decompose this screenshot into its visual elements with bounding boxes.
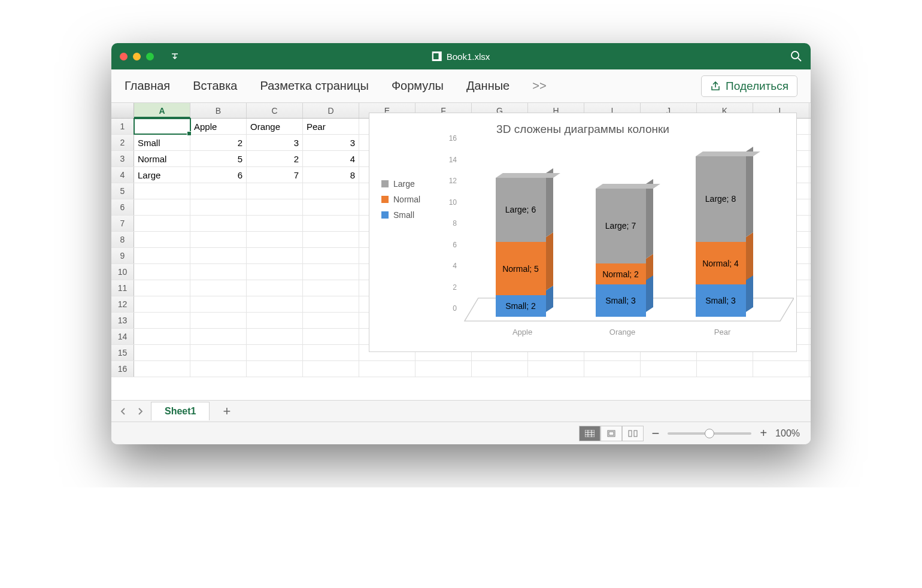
col-header-D[interactable]: D [303, 103, 359, 118]
cell[interactable] [247, 329, 303, 344]
cell[interactable] [697, 361, 753, 377]
col-header-A[interactable]: A [134, 103, 190, 118]
close-window-button[interactable] [120, 53, 128, 60]
cell[interactable] [584, 361, 641, 377]
cell[interactable] [247, 280, 303, 296]
row-header[interactable]: 10 [111, 264, 134, 280]
cell[interactable] [247, 199, 303, 215]
cell[interactable] [247, 313, 303, 328]
ribbon-tab-data[interactable]: Данные [466, 79, 509, 93]
cell[interactable] [303, 264, 359, 280]
ribbon-overflow[interactable]: >> [532, 79, 546, 93]
search-button[interactable] [790, 50, 802, 62]
cell[interactable] [641, 361, 697, 377]
cell[interactable] [190, 232, 247, 247]
row-header[interactable]: 8 [111, 232, 134, 247]
cell[interactable] [247, 232, 303, 247]
row-header[interactable]: 12 [111, 296, 134, 312]
cell[interactable]: Apple [190, 119, 247, 134]
select-all-corner[interactable] [111, 103, 134, 118]
cell[interactable]: 3 [247, 135, 303, 150]
cell[interactable] [303, 313, 359, 328]
sheet-tab-active[interactable]: Sheet1 [151, 402, 210, 420]
cell[interactable] [134, 361, 190, 377]
cell[interactable]: 6 [190, 167, 247, 183]
cell[interactable] [247, 183, 303, 199]
zoom-slider[interactable] [668, 432, 751, 435]
view-normal-button[interactable] [579, 426, 600, 441]
cell[interactable] [415, 361, 472, 377]
cell[interactable] [134, 296, 190, 312]
cell[interactable] [247, 345, 303, 360]
cell[interactable] [134, 183, 190, 199]
cell[interactable] [134, 345, 190, 360]
cell[interactable] [190, 216, 247, 231]
qat-dropdown-icon[interactable] [171, 52, 179, 60]
cell[interactable] [190, 264, 247, 280]
ribbon-tab-insert[interactable]: Вставка [193, 79, 237, 93]
row-header[interactable]: 15 [111, 345, 134, 360]
cell[interactable] [753, 361, 809, 377]
cell[interactable] [247, 296, 303, 312]
view-page-layout-button[interactable] [600, 426, 622, 441]
row-header[interactable]: 7 [111, 216, 134, 231]
cell[interactable]: 8 [303, 167, 359, 183]
cell[interactable] [247, 264, 303, 280]
row-header[interactable]: 6 [111, 199, 134, 215]
cell[interactable] [247, 216, 303, 231]
cell[interactable] [134, 329, 190, 344]
maximize-window-button[interactable] [146, 53, 154, 60]
row-header[interactable]: 5 [111, 183, 134, 199]
cell[interactable] [303, 296, 359, 312]
share-button[interactable]: Поделиться [701, 75, 797, 97]
minimize-window-button[interactable] [133, 53, 141, 60]
cell[interactable]: 2 [190, 135, 247, 150]
cell[interactable] [190, 329, 247, 344]
cell[interactable] [134, 280, 190, 296]
cell[interactable]: 2 [247, 151, 303, 166]
zoom-in-button[interactable]: + [760, 426, 767, 440]
col-header-B[interactable]: B [190, 103, 247, 118]
row-header[interactable]: 14 [111, 329, 134, 344]
cell[interactable] [134, 313, 190, 328]
cell[interactable]: Pear [303, 119, 359, 134]
spreadsheet-grid[interactable]: A B C D E F G H I J K L 1AppleOrangePear… [111, 103, 811, 400]
cell[interactable] [303, 248, 359, 263]
add-sheet-button[interactable]: + [214, 404, 239, 419]
row-header[interactable]: 9 [111, 248, 134, 263]
cell[interactable] [303, 361, 359, 377]
cell[interactable]: Large [134, 167, 190, 183]
sheet-nav-prev[interactable] [117, 405, 129, 417]
cell[interactable] [303, 199, 359, 215]
cell[interactable] [303, 345, 359, 360]
cell[interactable] [190, 345, 247, 360]
row-header[interactable]: 4 [111, 167, 134, 183]
view-page-break-button[interactable] [622, 426, 644, 441]
cell[interactable] [190, 183, 247, 199]
cell[interactable] [190, 361, 247, 377]
cell[interactable] [134, 216, 190, 231]
cell[interactable] [359, 361, 415, 377]
cell[interactable] [134, 264, 190, 280]
row-header[interactable]: 11 [111, 280, 134, 296]
col-header-C[interactable]: C [247, 103, 303, 118]
cell[interactable]: 7 [247, 167, 303, 183]
cell[interactable] [190, 313, 247, 328]
cell[interactable]: 3 [303, 135, 359, 150]
embedded-chart[interactable]: 3D сложены диаграммы колонки Large Norma… [369, 113, 797, 352]
sheet-nav-next[interactable] [134, 405, 146, 417]
row-header[interactable]: 2 [111, 135, 134, 150]
cell[interactable]: Orange [247, 119, 303, 134]
cell[interactable]: Small [134, 135, 190, 150]
ribbon-tab-home[interactable]: Главная [125, 79, 170, 93]
row-header[interactable]: 16 [111, 361, 134, 377]
cell[interactable] [134, 199, 190, 215]
cell[interactable] [303, 232, 359, 247]
cell[interactable] [303, 280, 359, 296]
cell[interactable] [134, 119, 190, 134]
cell[interactable] [528, 361, 584, 377]
cell[interactable] [303, 183, 359, 199]
ribbon-tab-page-layout[interactable]: Разметка страницы [260, 79, 368, 93]
cell[interactable] [303, 216, 359, 231]
cell[interactable] [190, 248, 247, 263]
